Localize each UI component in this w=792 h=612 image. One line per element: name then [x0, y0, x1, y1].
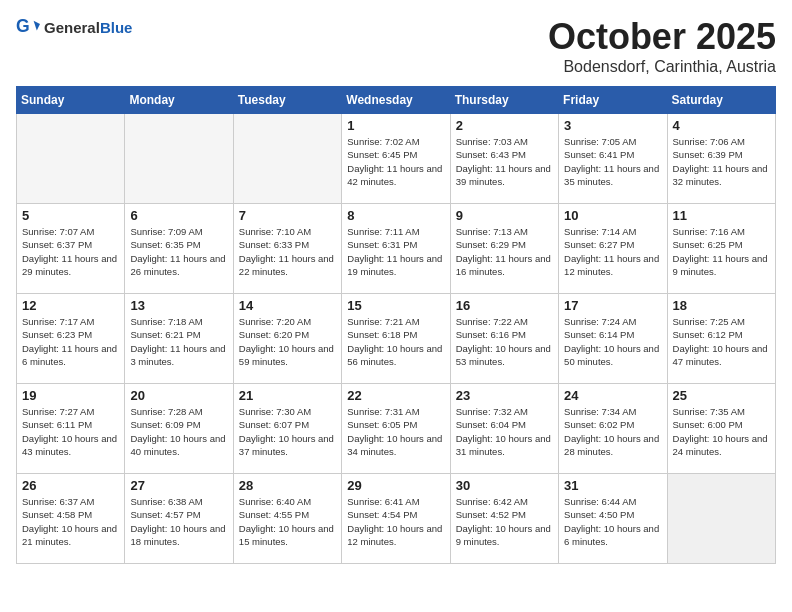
day-info: Sunrise: 6:42 AMSunset: 4:52 PMDaylight:… [456, 495, 553, 548]
calendar-week-row: 1Sunrise: 7:02 AMSunset: 6:45 PMDaylight… [17, 114, 776, 204]
calendar-day-cell: 9Sunrise: 7:13 AMSunset: 6:29 PMDaylight… [450, 204, 558, 294]
svg-text:G: G [16, 16, 30, 36]
calendar-day-cell: 17Sunrise: 7:24 AMSunset: 6:14 PMDayligh… [559, 294, 667, 384]
calendar-week-row: 5Sunrise: 7:07 AMSunset: 6:37 PMDaylight… [17, 204, 776, 294]
calendar-day-cell: 10Sunrise: 7:14 AMSunset: 6:27 PMDayligh… [559, 204, 667, 294]
calendar-day-cell: 8Sunrise: 7:11 AMSunset: 6:31 PMDaylight… [342, 204, 450, 294]
day-info: Sunrise: 7:28 AMSunset: 6:09 PMDaylight:… [130, 405, 227, 458]
calendar-day-cell: 31Sunrise: 6:44 AMSunset: 4:50 PMDayligh… [559, 474, 667, 564]
day-number: 29 [347, 478, 444, 493]
day-number: 2 [456, 118, 553, 133]
month-title: October 2025 [548, 16, 776, 58]
calendar-day-cell: 22Sunrise: 7:31 AMSunset: 6:05 PMDayligh… [342, 384, 450, 474]
weekday-header-row: SundayMondayTuesdayWednesdayThursdayFrid… [17, 87, 776, 114]
calendar-day-cell: 14Sunrise: 7:20 AMSunset: 6:20 PMDayligh… [233, 294, 341, 384]
calendar-day-cell [17, 114, 125, 204]
day-number: 15 [347, 298, 444, 313]
calendar-week-row: 26Sunrise: 6:37 AMSunset: 4:58 PMDayligh… [17, 474, 776, 564]
day-number: 20 [130, 388, 227, 403]
calendar-day-cell: 11Sunrise: 7:16 AMSunset: 6:25 PMDayligh… [667, 204, 775, 294]
day-number: 26 [22, 478, 119, 493]
day-info: Sunrise: 7:17 AMSunset: 6:23 PMDaylight:… [22, 315, 119, 368]
title-area: October 2025 Bodensdorf, Carinthia, Aust… [548, 16, 776, 76]
day-info: Sunrise: 7:30 AMSunset: 6:07 PMDaylight:… [239, 405, 336, 458]
day-number: 31 [564, 478, 661, 493]
calendar-day-cell: 4Sunrise: 7:06 AMSunset: 6:39 PMDaylight… [667, 114, 775, 204]
weekday-header-tuesday: Tuesday [233, 87, 341, 114]
day-info: Sunrise: 7:13 AMSunset: 6:29 PMDaylight:… [456, 225, 553, 278]
calendar-day-cell: 13Sunrise: 7:18 AMSunset: 6:21 PMDayligh… [125, 294, 233, 384]
day-info: Sunrise: 6:37 AMSunset: 4:58 PMDaylight:… [22, 495, 119, 548]
day-info: Sunrise: 7:02 AMSunset: 6:45 PMDaylight:… [347, 135, 444, 188]
calendar-day-cell: 16Sunrise: 7:22 AMSunset: 6:16 PMDayligh… [450, 294, 558, 384]
day-info: Sunrise: 7:22 AMSunset: 6:16 PMDaylight:… [456, 315, 553, 368]
day-number: 8 [347, 208, 444, 223]
day-info: Sunrise: 7:10 AMSunset: 6:33 PMDaylight:… [239, 225, 336, 278]
day-info: Sunrise: 7:07 AMSunset: 6:37 PMDaylight:… [22, 225, 119, 278]
weekday-header-sunday: Sunday [17, 87, 125, 114]
calendar-day-cell: 23Sunrise: 7:32 AMSunset: 6:04 PMDayligh… [450, 384, 558, 474]
day-number: 1 [347, 118, 444, 133]
calendar-day-cell: 7Sunrise: 7:10 AMSunset: 6:33 PMDaylight… [233, 204, 341, 294]
day-info: Sunrise: 7:05 AMSunset: 6:41 PMDaylight:… [564, 135, 661, 188]
calendar-week-row: 12Sunrise: 7:17 AMSunset: 6:23 PMDayligh… [17, 294, 776, 384]
weekday-header-saturday: Saturday [667, 87, 775, 114]
day-number: 5 [22, 208, 119, 223]
calendar-day-cell: 18Sunrise: 7:25 AMSunset: 6:12 PMDayligh… [667, 294, 775, 384]
calendar-day-cell: 5Sunrise: 7:07 AMSunset: 6:37 PMDaylight… [17, 204, 125, 294]
day-info: Sunrise: 7:24 AMSunset: 6:14 PMDaylight:… [564, 315, 661, 368]
calendar-day-cell: 6Sunrise: 7:09 AMSunset: 6:35 PMDaylight… [125, 204, 233, 294]
day-number: 25 [673, 388, 770, 403]
calendar-day-cell: 1Sunrise: 7:02 AMSunset: 6:45 PMDaylight… [342, 114, 450, 204]
day-info: Sunrise: 6:44 AMSunset: 4:50 PMDaylight:… [564, 495, 661, 548]
day-info: Sunrise: 7:32 AMSunset: 6:04 PMDaylight:… [456, 405, 553, 458]
svg-marker-1 [34, 21, 40, 31]
calendar-day-cell: 26Sunrise: 6:37 AMSunset: 4:58 PMDayligh… [17, 474, 125, 564]
day-info: Sunrise: 7:21 AMSunset: 6:18 PMDaylight:… [347, 315, 444, 368]
day-number: 23 [456, 388, 553, 403]
logo-general-text: General [44, 19, 100, 36]
day-number: 10 [564, 208, 661, 223]
calendar-day-cell: 12Sunrise: 7:17 AMSunset: 6:23 PMDayligh… [17, 294, 125, 384]
calendar-day-cell: 27Sunrise: 6:38 AMSunset: 4:57 PMDayligh… [125, 474, 233, 564]
calendar-day-cell: 28Sunrise: 6:40 AMSunset: 4:55 PMDayligh… [233, 474, 341, 564]
calendar-day-cell: 3Sunrise: 7:05 AMSunset: 6:41 PMDaylight… [559, 114, 667, 204]
day-info: Sunrise: 7:06 AMSunset: 6:39 PMDaylight:… [673, 135, 770, 188]
day-number: 7 [239, 208, 336, 223]
day-number: 14 [239, 298, 336, 313]
calendar-day-cell: 29Sunrise: 6:41 AMSunset: 4:54 PMDayligh… [342, 474, 450, 564]
calendar-day-cell: 30Sunrise: 6:42 AMSunset: 4:52 PMDayligh… [450, 474, 558, 564]
weekday-header-friday: Friday [559, 87, 667, 114]
calendar-day-cell [125, 114, 233, 204]
weekday-header-monday: Monday [125, 87, 233, 114]
calendar-day-cell: 24Sunrise: 7:34 AMSunset: 6:02 PMDayligh… [559, 384, 667, 474]
day-info: Sunrise: 7:20 AMSunset: 6:20 PMDaylight:… [239, 315, 336, 368]
day-number: 27 [130, 478, 227, 493]
calendar-day-cell: 2Sunrise: 7:03 AMSunset: 6:43 PMDaylight… [450, 114, 558, 204]
calendar-day-cell: 21Sunrise: 7:30 AMSunset: 6:07 PMDayligh… [233, 384, 341, 474]
day-info: Sunrise: 6:38 AMSunset: 4:57 PMDaylight:… [130, 495, 227, 548]
day-number: 18 [673, 298, 770, 313]
day-info: Sunrise: 7:18 AMSunset: 6:21 PMDaylight:… [130, 315, 227, 368]
day-info: Sunrise: 7:35 AMSunset: 6:00 PMDaylight:… [673, 405, 770, 458]
day-number: 6 [130, 208, 227, 223]
day-number: 13 [130, 298, 227, 313]
day-info: Sunrise: 6:41 AMSunset: 4:54 PMDaylight:… [347, 495, 444, 548]
calendar-day-cell [667, 474, 775, 564]
calendar-day-cell: 20Sunrise: 7:28 AMSunset: 6:09 PMDayligh… [125, 384, 233, 474]
day-number: 12 [22, 298, 119, 313]
day-number: 21 [239, 388, 336, 403]
weekday-header-thursday: Thursday [450, 87, 558, 114]
location-title: Bodensdorf, Carinthia, Austria [548, 58, 776, 76]
day-number: 19 [22, 388, 119, 403]
day-info: Sunrise: 7:16 AMSunset: 6:25 PMDaylight:… [673, 225, 770, 278]
day-info: Sunrise: 7:31 AMSunset: 6:05 PMDaylight:… [347, 405, 444, 458]
day-number: 11 [673, 208, 770, 223]
calendar-day-cell: 15Sunrise: 7:21 AMSunset: 6:18 PMDayligh… [342, 294, 450, 384]
day-number: 17 [564, 298, 661, 313]
calendar-day-cell: 19Sunrise: 7:27 AMSunset: 6:11 PMDayligh… [17, 384, 125, 474]
day-info: Sunrise: 6:40 AMSunset: 4:55 PMDaylight:… [239, 495, 336, 548]
day-info: Sunrise: 7:25 AMSunset: 6:12 PMDaylight:… [673, 315, 770, 368]
page-header: G GeneralBlue October 2025 Bodensdorf, C… [16, 16, 776, 76]
day-info: Sunrise: 7:11 AMSunset: 6:31 PMDaylight:… [347, 225, 444, 278]
